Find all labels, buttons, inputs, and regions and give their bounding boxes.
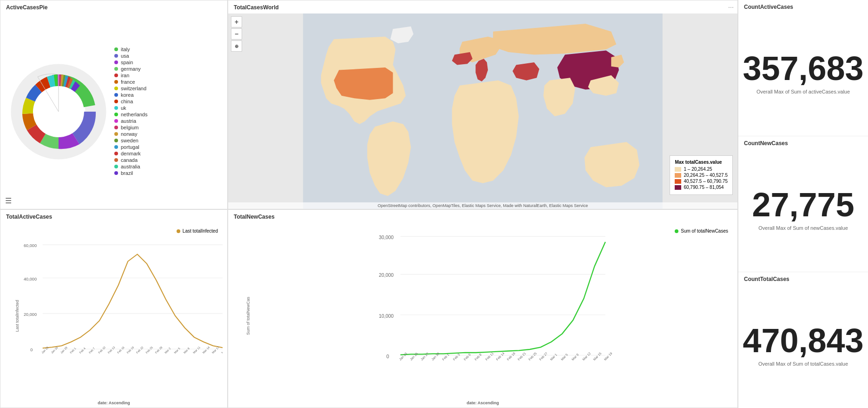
svg-text:Mar 8: Mar 8 xyxy=(183,347,190,354)
legend-item-dot xyxy=(114,93,118,97)
svg-text:Jan 23: Jan 23 xyxy=(41,346,49,354)
legend-item-label: austria xyxy=(121,118,136,124)
map-content: + − ⊕ xyxy=(228,13,737,209)
active-cases-pie-panel: ActiveCasesPie xyxy=(0,0,228,209)
map-legend-title: Max totalCases.value xyxy=(675,160,728,165)
legend-item-dot xyxy=(114,139,118,142)
map-legend-item: 20,264.25 – 40,527.5 xyxy=(675,173,728,178)
legend-item-dot xyxy=(114,152,118,155)
map-controls: + − ⊕ xyxy=(231,16,242,52)
map-zoom-out-button[interactable]: − xyxy=(231,28,242,40)
total-new-legend-dot xyxy=(675,229,678,233)
svg-text:Mar 20: Mar 20 xyxy=(221,345,223,354)
svg-text:0: 0 xyxy=(30,348,33,352)
count-new-panel: CountNewCases 27,775 Overall Max of Sum … xyxy=(738,136,868,273)
svg-text:Feb 25: Feb 25 xyxy=(528,352,537,361)
svg-text:Mar 15: Mar 15 xyxy=(592,352,602,361)
count-new-title: CountNewCases xyxy=(744,140,862,147)
total-new-chart-area: Sum of totalNewCases Sum of totalNewCas … xyxy=(228,224,737,408)
legend-item: norway xyxy=(114,131,223,137)
map-panel-title: TotalCasesWorld xyxy=(228,0,284,13)
svg-text:Mar 2: Mar 2 xyxy=(164,347,171,354)
world-map-svg xyxy=(228,13,737,209)
total-active-legend-dot xyxy=(177,229,180,233)
legend-item: switzerland xyxy=(114,86,223,91)
svg-text:Feb 27: Feb 27 xyxy=(539,352,548,361)
legend-item-dot xyxy=(114,145,118,149)
total-new-legend: Sum of totalNewCases xyxy=(675,228,728,234)
count-new-content: 27,775 Overall Max of Sum of newCases.va… xyxy=(744,147,862,272)
svg-text:Mar 12: Mar 12 xyxy=(582,352,591,361)
svg-text:Jan 25: Jan 25 xyxy=(409,352,419,361)
svg-text:20,000: 20,000 xyxy=(379,273,394,278)
svg-text:20,000: 20,000 xyxy=(24,312,37,317)
total-active-x-label: date: Ascending xyxy=(98,401,130,405)
svg-text:Mar 1: Mar 1 xyxy=(549,353,558,361)
legend-item-label: denmark xyxy=(121,151,141,156)
legend-item-label: china xyxy=(121,99,133,104)
legend-item-dot xyxy=(114,67,118,71)
svg-text:Mar 14: Mar 14 xyxy=(202,345,210,354)
pie-expand-icon[interactable]: ☰ xyxy=(5,196,12,205)
svg-text:Feb 14: Feb 14 xyxy=(495,352,505,361)
count-total-title: CountTotalCases xyxy=(744,276,862,282)
map-options-icon[interactable]: ⋯ xyxy=(728,4,734,11)
legend-item-dot xyxy=(114,47,118,51)
legend-item: spain xyxy=(114,60,223,65)
legend-item-dot xyxy=(114,132,118,136)
legend-item-dot xyxy=(114,80,118,84)
pie-legend: italyusaspaingermanyiranfranceswitzerlan… xyxy=(112,42,227,181)
map-legend-item: 60,790.75 – 81,054 xyxy=(675,185,728,190)
map-legend-item-label: 20,264.25 – 40,527.5 xyxy=(684,173,728,178)
svg-text:Mar 5: Mar 5 xyxy=(173,347,181,354)
legend-item-dot xyxy=(114,54,118,58)
total-active-panel: TotalActiveCases Last totalInfected Last… xyxy=(0,209,228,408)
count-active-panel: CountActiveCases 357,683 Overall Max of … xyxy=(738,0,868,136)
right-column: CountActiveCases 357,683 Overall Max of … xyxy=(738,0,868,408)
svg-text:Feb 8: Feb 8 xyxy=(474,353,482,361)
svg-text:Feb 3: Feb 3 xyxy=(453,353,461,361)
svg-text:30,000: 30,000 xyxy=(379,235,394,240)
legend-item: germany xyxy=(114,66,223,72)
legend-item: brazil xyxy=(114,170,223,176)
legend-item-label: norway xyxy=(121,131,137,137)
total-new-x-label: date: Ascending xyxy=(467,401,499,405)
legend-item-label: belgium xyxy=(121,125,139,130)
legend-item-dot xyxy=(114,60,118,64)
map-legend-item-label: 60,790.75 – 81,054 xyxy=(684,185,723,190)
total-new-legend-label: Sum of totalNewCases xyxy=(681,228,728,234)
legend-item-label: netherlands xyxy=(121,112,148,117)
pie-panel-title: ActiveCasesPie xyxy=(0,0,53,13)
legend-item-label: korea xyxy=(121,92,134,98)
map-zoom-in-button[interactable]: + xyxy=(231,16,242,27)
legend-item: italy xyxy=(114,47,223,52)
legend-item-label: uk xyxy=(121,105,126,111)
legend-item-label: sweden xyxy=(121,138,138,143)
legend-item-label: italy xyxy=(121,47,130,52)
legend-item: netherlands xyxy=(114,112,223,117)
legend-item-dot xyxy=(114,100,118,103)
legend-item: australia xyxy=(114,164,223,169)
map-legend-item-label: 40,527.5 – 60,790.75 xyxy=(684,179,728,184)
map-legend-item-label: 1 – 20,264.25 xyxy=(684,167,712,172)
svg-text:Jan 27: Jan 27 xyxy=(420,352,429,361)
total-new-title: TotalNewCases xyxy=(228,210,280,222)
pie-content: italyusaspaingermanyiranfranceswitzerlan… xyxy=(0,0,227,209)
legend-item: uk xyxy=(114,105,223,111)
svg-text:Feb 28: Feb 28 xyxy=(154,345,163,354)
svg-text:Jan 23: Jan 23 xyxy=(398,352,408,361)
svg-text:Feb 13: Feb 13 xyxy=(107,345,116,354)
legend-item: canada xyxy=(114,157,223,163)
map-panel: TotalCasesWorld ⋯ + − ⊕ xyxy=(228,0,738,209)
total-active-y-label: Last totalInfected xyxy=(15,300,20,332)
map-tool-button[interactable]: ⊕ xyxy=(231,40,242,52)
legend-item-dot xyxy=(114,165,118,168)
count-total-value: 470,843 xyxy=(743,324,863,357)
legend-item-label: portugal xyxy=(121,144,139,150)
legend-item-dot xyxy=(114,74,118,77)
legend-item: usa xyxy=(114,53,223,59)
legend-item: sweden xyxy=(114,138,223,143)
svg-text:Feb 21: Feb 21 xyxy=(517,352,526,361)
svg-text:Feb 4: Feb 4 xyxy=(79,347,86,354)
map-legend-color-box xyxy=(675,173,681,178)
